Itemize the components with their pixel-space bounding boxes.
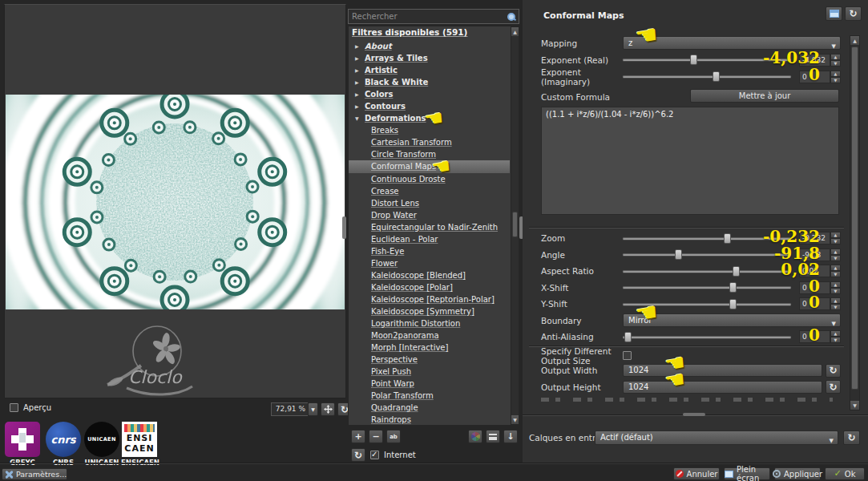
- exponent-real-slider[interactable]: [623, 59, 791, 61]
- spin-up-icon[interactable]: ▲: [830, 54, 841, 60]
- scrollbar-thumb[interactable]: [851, 46, 858, 390]
- slider-handle[interactable]: [675, 249, 682, 260]
- rename-fave-button[interactable]: ab: [386, 430, 401, 443]
- filter-item-pixel-push[interactable]: Pixel Push: [349, 366, 510, 378]
- slider-handle[interactable]: [624, 332, 632, 342]
- input-layers-dropdown[interactable]: Actif (défaut) ▼: [595, 430, 838, 445]
- filter-item-perspective[interactable]: Perspective: [349, 354, 510, 366]
- remove-fave-button[interactable]: −: [369, 430, 383, 443]
- filter-item-deformations[interactable]: ▼Deformations☚: [349, 112, 510, 124]
- aspect-ratio-value[interactable]: 0,02: [799, 265, 830, 277]
- spin-down-icon[interactable]: ▼: [830, 337, 841, 343]
- spin-up-icon[interactable]: ▲: [830, 330, 841, 337]
- copy-command-button[interactable]: [826, 6, 842, 21]
- filter-item-conformal-maps[interactable]: Conformal Maps☚: [349, 160, 510, 172]
- spin-up-icon[interactable]: ▲: [830, 281, 841, 288]
- spin-down-icon[interactable]: ▼: [830, 271, 841, 277]
- filter-item-black-white[interactable]: ▶Black & White: [349, 76, 510, 88]
- output-height-input[interactable]: 1024☚: [623, 381, 822, 394]
- scroll-up-icon[interactable]: ▲: [850, 36, 859, 45]
- settings-button[interactable]: Paramètres...: [2, 468, 67, 480]
- zoom-level-value[interactable]: 72,91 %: [271, 402, 308, 416]
- slider-handle[interactable]: [690, 55, 697, 65]
- organize-button[interactable]: [486, 430, 500, 443]
- exponent-imaginary-slider[interactable]: [623, 75, 791, 78]
- filter-item-circle-transform[interactable]: Circle Transform: [349, 148, 510, 160]
- download-button[interactable]: ↓: [503, 430, 518, 443]
- filter-item-arrays-tiles[interactable]: ▶Arrays & Tiles: [349, 52, 510, 64]
- spin-down-icon[interactable]: ▼: [830, 288, 841, 294]
- preview-checkbox[interactable]: [10, 403, 18, 412]
- filter-item-artistic[interactable]: ▶Artistic: [349, 64, 510, 76]
- filter-item-quadrangle[interactable]: Quadrangle: [349, 402, 510, 414]
- spin-up-icon[interactable]: ▲: [830, 297, 841, 304]
- exponent-real-value[interactable]: -4,032: [799, 54, 830, 67]
- angle-slider[interactable]: [623, 253, 791, 256]
- filter-item-morph-interactive[interactable]: Morph [Interactive]: [349, 342, 510, 354]
- specify-different-output-size-checkbox[interactable]: [623, 351, 632, 360]
- anti-aliasing-value[interactable]: 0: [799, 330, 830, 343]
- filter-item-raindrops[interactable]: Raindrops: [349, 414, 510, 426]
- scroll-down-icon[interactable]: ▼: [511, 415, 519, 424]
- search-input[interactable]: [349, 12, 507, 21]
- output-width-reset-button[interactable]: ↻: [826, 364, 841, 378]
- slider-handle[interactable]: [724, 233, 731, 244]
- left-splitter-handle[interactable]: [342, 216, 346, 239]
- scrollbar-thumb[interactable]: [512, 212, 518, 237]
- reset-parameters-button[interactable]: ↻: [845, 6, 862, 21]
- zoom-dropdown-button[interactable]: ▼: [308, 402, 318, 416]
- slider-handle[interactable]: [729, 299, 737, 309]
- spin-down-icon[interactable]: ▼: [830, 77, 841, 83]
- filter-item-equirectangular-to-nadir-zenith[interactable]: Equirectangular to Nadir-Zenith: [349, 221, 510, 233]
- filter-item-fish-eye[interactable]: Fish-Eye: [349, 245, 510, 257]
- spin-up-icon[interactable]: ▲: [830, 232, 841, 238]
- filter-item-about[interactable]: ▶About: [349, 40, 510, 52]
- filter-item-polar-transform[interactable]: Polar Transform: [349, 390, 510, 402]
- boundary-dropdown[interactable]: Mirror▼☚: [623, 313, 841, 327]
- spin-up-icon[interactable]: ▲: [830, 249, 841, 255]
- filter-item-kaleidoscope-blended[interactable]: Kaleidoscope [Blended]: [349, 269, 510, 281]
- filter-item-kaleidoscope-polar[interactable]: Kaleidoscope [Polar]: [349, 281, 510, 293]
- filter-item-kaleidoscope-reptorian-polar[interactable]: Kaleidoscope [Reptorian-Polar]: [349, 293, 510, 305]
- pan-button[interactable]: [321, 402, 335, 416]
- update-formula-button[interactable]: Mettre à jour: [690, 89, 839, 103]
- aspect-ratio-slider[interactable]: [623, 270, 791, 273]
- exponent-imaginary-value[interactable]: 0: [799, 71, 830, 83]
- filter-item-euclidean-polar[interactable]: Euclidean - Polar: [349, 233, 510, 245]
- filter-item-drop-water[interactable]: Drop Water: [349, 209, 510, 221]
- anti-aliasing-slider[interactable]: [623, 336, 791, 338]
- filter-item-cartesian-transform[interactable]: Cartesian Transform: [349, 136, 510, 148]
- splitter-grip[interactable]: [683, 413, 705, 416]
- filter-item-distort-lens[interactable]: Distort Lens: [349, 197, 510, 209]
- spin-down-icon[interactable]: ▼: [830, 304, 841, 310]
- slider-handle[interactable]: [713, 71, 720, 82]
- filter-item-crease[interactable]: Crease: [349, 185, 510, 197]
- angle-value[interactable]: -91,8: [799, 249, 830, 261]
- formula-textarea[interactable]: ((1.1 + i*z/6)/(1.04 - i*z/6))^6.2: [541, 107, 839, 215]
- internet-checkbox[interactable]: [370, 451, 379, 459]
- filter-item-breaks[interactable]: Breaks: [349, 124, 510, 136]
- scroll-down-icon[interactable]: ▼: [850, 401, 859, 410]
- spin-up-icon[interactable]: ▲: [830, 71, 841, 77]
- zoom-value[interactable]: -0,232: [799, 232, 830, 245]
- add-fave-button[interactable]: +: [351, 430, 365, 443]
- filter-item-kaleidoscope-symmetry[interactable]: Kaleidoscope [Symmetry]: [349, 305, 510, 317]
- scroll-up-icon[interactable]: ▲: [511, 27, 519, 36]
- spin-up-icon[interactable]: ▲: [830, 265, 841, 271]
- slider-handle[interactable]: [733, 266, 740, 277]
- x-shift-slider[interactable]: [623, 286, 791, 289]
- filter-item-continuous-droste[interactable]: Continuous Droste: [349, 173, 510, 185]
- filter-item-contours[interactable]: ▶Contours: [349, 100, 510, 112]
- filter-item-colors[interactable]: ▶Colors: [349, 88, 510, 100]
- spin-down-icon[interactable]: ▼: [830, 60, 841, 67]
- fullscreen-button[interactable]: Plein écran: [724, 467, 770, 480]
- slider-handle[interactable]: [729, 282, 737, 293]
- x-shift-value[interactable]: 0: [799, 281, 830, 294]
- y-shift-value[interactable]: 0: [799, 297, 830, 310]
- filter-item-flower[interactable]: Flower: [349, 257, 510, 269]
- preview-image[interactable]: [6, 95, 345, 309]
- output-height-reset-button[interactable]: ↻: [826, 380, 841, 394]
- cancel-button[interactable]: Annuler: [673, 467, 720, 480]
- parameters-scrollbar[interactable]: ▲ ▼: [850, 35, 860, 410]
- y-shift-slider[interactable]: [623, 303, 791, 305]
